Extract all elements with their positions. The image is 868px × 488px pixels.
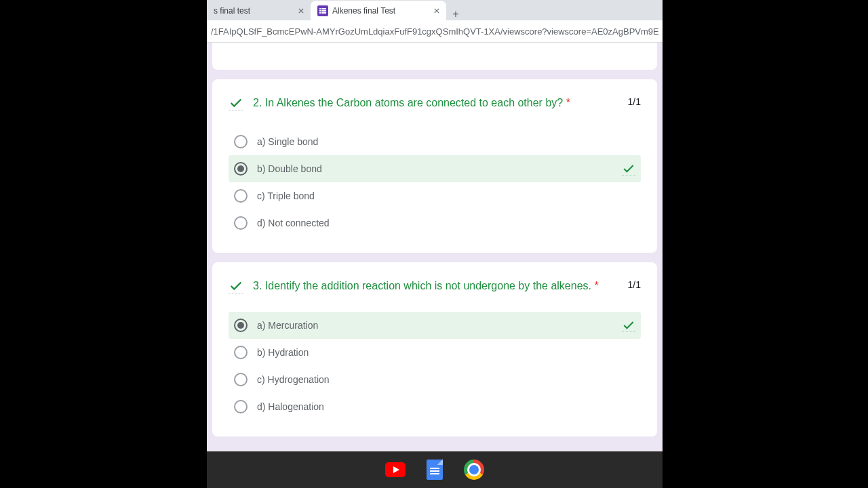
radio-icon xyxy=(234,400,248,413)
option-c[interactable]: c) Hydrogenation xyxy=(229,366,641,393)
question-header: 2. In Alkenes the Carbon atoms are conne… xyxy=(229,96,641,110)
address-bar[interactable]: /1FAIpQLSfF_BcmcEPwN-AMYrGozUmLdqiaxFufF… xyxy=(207,20,663,43)
plus-icon: + xyxy=(452,8,458,20)
question-header: 3. Identify the addition reaction which … xyxy=(229,279,641,293)
required-asterisk: * xyxy=(566,97,570,108)
question-score: 1/1 xyxy=(628,279,641,290)
option-label: d) Halogenation xyxy=(257,401,635,412)
options-list: a) Single bond b) Double bond c) Triple … xyxy=(229,128,641,237)
check-icon xyxy=(229,96,243,110)
url-text: /1FAIpQLSfF_BcmcEPwN-AMYrGozUmLdqiaxFufF… xyxy=(211,26,658,37)
radio-icon xyxy=(234,346,248,359)
previous-card-stub xyxy=(212,43,657,70)
option-a[interactable]: a) Mercuration xyxy=(229,312,641,339)
radio-icon-selected xyxy=(234,162,248,176)
tab-inactive[interactable]: s final test xyxy=(207,1,311,20)
radio-icon-selected xyxy=(234,319,248,332)
option-label: a) Single bond xyxy=(257,136,635,147)
docs-icon[interactable] xyxy=(424,460,446,480)
option-label: b) Double bond xyxy=(257,163,612,174)
new-tab-button[interactable]: + xyxy=(446,8,465,20)
option-d[interactable]: d) Not connected xyxy=(229,209,641,237)
svg-rect-4 xyxy=(321,10,326,12)
browser-window: s final test Alkenes final Test + /1FAIp… xyxy=(207,0,663,451)
question-label: 2. In Alkenes the Carbon atoms are conne… xyxy=(253,97,563,108)
tab-title: s final test xyxy=(214,6,294,16)
option-c[interactable]: c) Triple bond xyxy=(229,182,641,209)
forms-icon xyxy=(317,5,328,16)
close-icon[interactable] xyxy=(298,8,304,14)
option-label: c) Triple bond xyxy=(257,190,635,201)
required-asterisk: * xyxy=(594,280,598,291)
options-list: a) Mercuration b) Hydration c) Hydrogena… xyxy=(229,312,641,420)
correct-check-icon xyxy=(622,162,635,176)
question-label: 3. Identify the addition reaction which … xyxy=(253,280,591,291)
radio-icon xyxy=(234,189,248,203)
question-card-3: 3. Identify the addition reaction which … xyxy=(212,262,657,436)
svg-rect-3 xyxy=(319,10,321,12)
option-d[interactable]: d) Halogenation xyxy=(229,393,641,420)
option-b[interactable]: b) Hydration xyxy=(229,339,641,366)
svg-rect-1 xyxy=(319,8,321,9)
option-label: d) Not connected xyxy=(257,218,635,228)
option-label: c) Hydrogenation xyxy=(257,374,635,385)
svg-rect-6 xyxy=(321,12,326,14)
radio-icon xyxy=(234,216,248,230)
youtube-icon[interactable] xyxy=(384,460,406,480)
taskbar xyxy=(207,451,663,488)
chrome-icon[interactable] xyxy=(463,460,485,480)
check-icon xyxy=(229,279,243,293)
close-icon[interactable] xyxy=(434,8,439,14)
tab-title: Alkenes final Test xyxy=(332,6,430,16)
radio-icon xyxy=(234,135,248,148)
question-card-2: 2. In Alkenes the Carbon atoms are conne… xyxy=(212,79,657,253)
question-score: 1/1 xyxy=(628,96,641,107)
option-label: a) Mercuration xyxy=(257,320,612,331)
question-text: 3. Identify the addition reaction which … xyxy=(253,279,618,293)
tab-active[interactable]: Alkenes final Test xyxy=(311,1,446,20)
option-b[interactable]: b) Double bond xyxy=(229,155,641,182)
page-content: 2. In Alkenes the Carbon atoms are conne… xyxy=(207,43,663,451)
svg-rect-2 xyxy=(321,8,326,9)
radio-icon xyxy=(234,373,248,386)
option-label: b) Hydration xyxy=(257,347,635,358)
correct-check-icon xyxy=(622,319,635,332)
tab-strip: s final test Alkenes final Test + xyxy=(207,0,663,20)
svg-rect-5 xyxy=(319,12,321,14)
option-a[interactable]: a) Single bond xyxy=(229,128,641,155)
question-text: 2. In Alkenes the Carbon atoms are conne… xyxy=(253,96,618,110)
